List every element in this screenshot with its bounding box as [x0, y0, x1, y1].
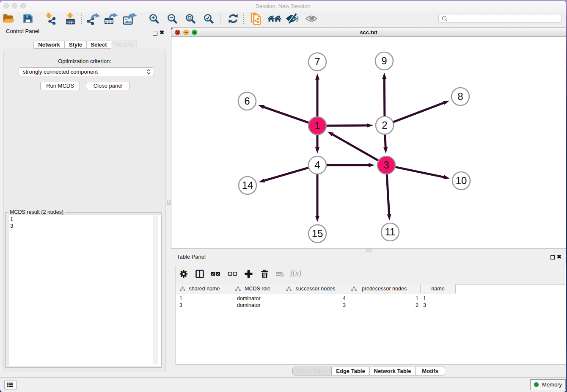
svg-text:1: 1 [314, 120, 320, 131]
svg-text:6: 6 [244, 95, 250, 107]
svg-text:14: 14 [242, 179, 253, 191]
svg-text:2: 2 [382, 119, 387, 131]
svg-text:4: 4 [314, 159, 320, 171]
svg-text:15: 15 [312, 228, 323, 239]
svg-text:8: 8 [457, 91, 463, 102]
svg-text:9: 9 [381, 55, 387, 66]
svg-text:11: 11 [385, 226, 396, 237]
svg-text:10: 10 [456, 175, 467, 186]
svg-text:7: 7 [314, 56, 320, 67]
svg-text:3: 3 [383, 159, 389, 171]
